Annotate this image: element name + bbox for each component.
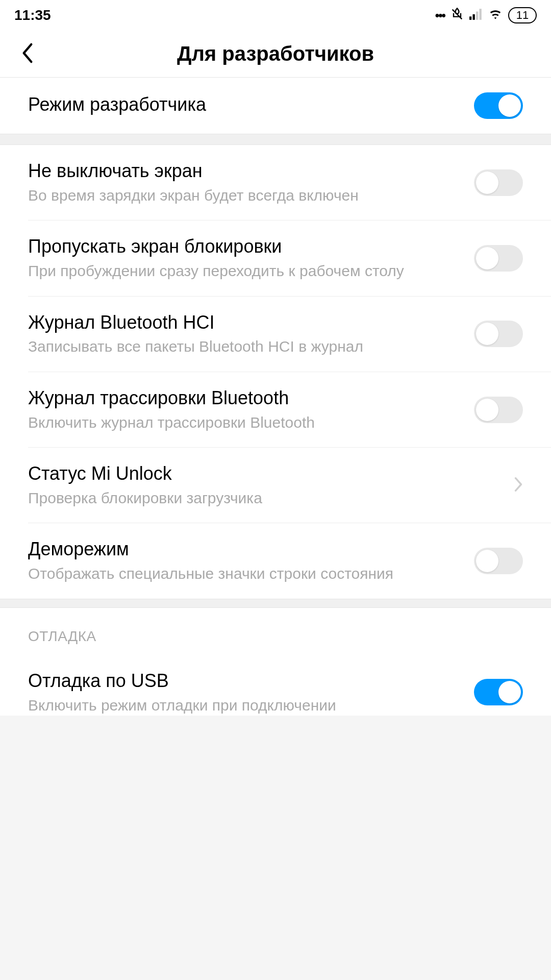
chevron-right-icon [514, 477, 523, 494]
row-bluetooth-trace[interactable]: Журнал трассировки Bluetooth Включить жу… [0, 372, 551, 447]
row-subtitle: Записывать все пакеты Bluetooth HCI в жу… [28, 336, 464, 357]
wifi-icon [488, 8, 503, 22]
row-title: Пропускать экран блокировки [28, 235, 464, 259]
row-subtitle: Во время зарядки экран будет всегда вклю… [28, 185, 464, 206]
toggle-bluetooth-hci[interactable] [474, 321, 523, 347]
row-skip-lock[interactable]: Пропускать экран блокировки При пробужде… [0, 220, 551, 296]
svg-rect-1 [469, 16, 471, 20]
mute-icon [450, 7, 464, 23]
row-title: Отладка по USB [28, 669, 464, 693]
row-title: Журнал трассировки Bluetooth [28, 386, 464, 410]
toggle-skip-lock[interactable] [474, 245, 523, 272]
more-dots-icon: ••• [435, 8, 445, 22]
svg-rect-3 [476, 12, 478, 20]
row-usb-debug[interactable]: Отладка по USB Включить режим отладки пр… [0, 655, 551, 716]
back-button[interactable] [20, 42, 35, 66]
row-developer-mode[interactable]: Режим разработчика [0, 78, 551, 134]
row-subtitle: Проверка блокировки загрузчика [28, 488, 504, 509]
row-title: Не выключать экран [28, 159, 464, 183]
row-subtitle: Включить режим отладки при подключении [28, 695, 464, 716]
status-time: 11:35 [14, 7, 51, 23]
svg-rect-4 [480, 9, 482, 20]
row-title: Деморежим [28, 537, 464, 561]
row-stay-awake[interactable]: Не выключать экран Во время зарядки экра… [0, 145, 551, 220]
svg-rect-2 [473, 14, 475, 20]
row-subtitle: Включить журнал трассировки Bluetooth [28, 412, 464, 433]
battery-icon: 11 [508, 7, 537, 23]
row-demo-mode[interactable]: Деморежим Отображать специальные значки … [0, 523, 551, 598]
status-icons: ••• 11 [435, 7, 537, 23]
row-bluetooth-hci[interactable]: Журнал Bluetooth HCI Записывать все паке… [0, 297, 551, 372]
section-header-debug: ОТЛАДКА [0, 608, 551, 655]
header: Для разработчиков [0, 31, 551, 78]
status-bar: 11:35 ••• 11 [0, 0, 551, 31]
toggle-bluetooth-trace[interactable] [474, 397, 523, 423]
toggle-usb-debug[interactable] [474, 679, 523, 705]
row-subtitle: Отображать специальные значки строки сос… [28, 564, 464, 584]
signal-icon [469, 9, 483, 22]
toggle-demo-mode[interactable] [474, 548, 523, 574]
row-subtitle: При пробуждении сразу переходить к рабоч… [28, 261, 464, 282]
row-mi-unlock[interactable]: Статус Mi Unlock Проверка блокировки заг… [0, 448, 551, 523]
page-title: Для разработчиков [0, 42, 551, 65]
row-title: Статус Mi Unlock [28, 462, 504, 486]
toggle-stay-awake[interactable] [474, 169, 523, 196]
row-title: Журнал Bluetooth HCI [28, 311, 464, 335]
toggle-developer-mode[interactable] [474, 92, 523, 119]
row-title: Режим разработчика [28, 93, 464, 117]
